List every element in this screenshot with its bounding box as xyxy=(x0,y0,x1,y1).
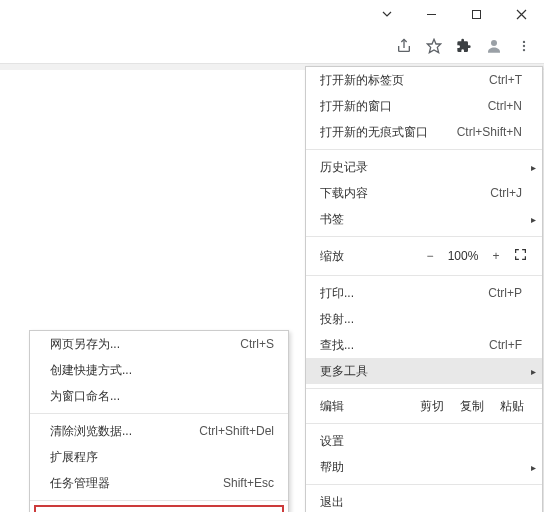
menu-bookmarks[interactable]: 书签 xyxy=(306,206,542,232)
profile-icon[interactable] xyxy=(480,32,508,60)
paste-button[interactable]: 粘贴 xyxy=(492,398,532,415)
svg-point-6 xyxy=(523,48,525,50)
maximize-button[interactable] xyxy=(454,0,499,28)
submenu-task-manager[interactable]: 任务管理器Shift+Esc xyxy=(30,470,288,496)
share-icon[interactable] xyxy=(390,32,418,60)
svg-rect-1 xyxy=(473,10,481,18)
menu-new-tab[interactable]: 打开新的标签页Ctrl+T xyxy=(306,67,542,93)
submenu-developer-tools[interactable]: 开发者工具Ctrl+Shift+I xyxy=(34,505,284,512)
submenu-extensions[interactable]: 扩展程序 xyxy=(30,444,288,470)
submenu-clear-data[interactable]: 清除浏览数据...Ctrl+Shift+Del xyxy=(30,418,288,444)
svg-point-4 xyxy=(523,40,525,42)
menu-incognito[interactable]: 打开新的无痕式窗口Ctrl+Shift+N xyxy=(306,119,542,145)
close-button[interactable] xyxy=(499,0,544,28)
star-icon[interactable] xyxy=(420,32,448,60)
menu-history[interactable]: 历史记录 xyxy=(306,154,542,180)
menu-cast[interactable]: 投射... xyxy=(306,306,542,332)
minimize-button[interactable] xyxy=(409,0,454,28)
copy-button[interactable]: 复制 xyxy=(452,398,492,415)
menu-exit[interactable]: 退出 xyxy=(306,489,542,512)
menu-edit: 编辑 剪切 复制 粘贴 xyxy=(306,393,542,419)
menu-new-window[interactable]: 打开新的窗口Ctrl+N xyxy=(306,93,542,119)
toolbar xyxy=(0,28,544,64)
menu-zoom: 缩放 − 100% + xyxy=(306,241,542,271)
menu-downloads[interactable]: 下载内容Ctrl+J xyxy=(306,180,542,206)
dropdown-icon[interactable] xyxy=(364,0,409,28)
zoom-value: 100% xyxy=(442,249,484,263)
submenu-create-shortcut[interactable]: 创建快捷方式... xyxy=(30,357,288,383)
menu-help[interactable]: 帮助 xyxy=(306,454,542,480)
menu-settings[interactable]: 设置 xyxy=(306,428,542,454)
zoom-out-button[interactable]: − xyxy=(418,249,442,263)
extensions-icon[interactable] xyxy=(450,32,478,60)
submenu-name-window[interactable]: 为窗口命名... xyxy=(30,383,288,409)
fullscreen-button[interactable] xyxy=(508,248,532,264)
cut-button[interactable]: 剪切 xyxy=(412,398,452,415)
submenu-save-as[interactable]: 网页另存为...Ctrl+S xyxy=(30,331,288,357)
zoom-in-button[interactable]: + xyxy=(484,249,508,263)
menu-icon[interactable] xyxy=(510,32,538,60)
svg-point-3 xyxy=(491,40,497,46)
menu-print[interactable]: 打印...Ctrl+P xyxy=(306,280,542,306)
menu-more-tools[interactable]: 更多工具 xyxy=(306,358,542,384)
svg-marker-2 xyxy=(427,39,440,52)
svg-point-5 xyxy=(523,44,525,46)
main-menu: 打开新的标签页Ctrl+T 打开新的窗口Ctrl+N 打开新的无痕式窗口Ctrl… xyxy=(305,66,543,512)
more-tools-submenu: 网页另存为...Ctrl+S 创建快捷方式... 为窗口命名... 清除浏览数据… xyxy=(29,330,289,512)
menu-find[interactable]: 查找...Ctrl+F xyxy=(306,332,542,358)
